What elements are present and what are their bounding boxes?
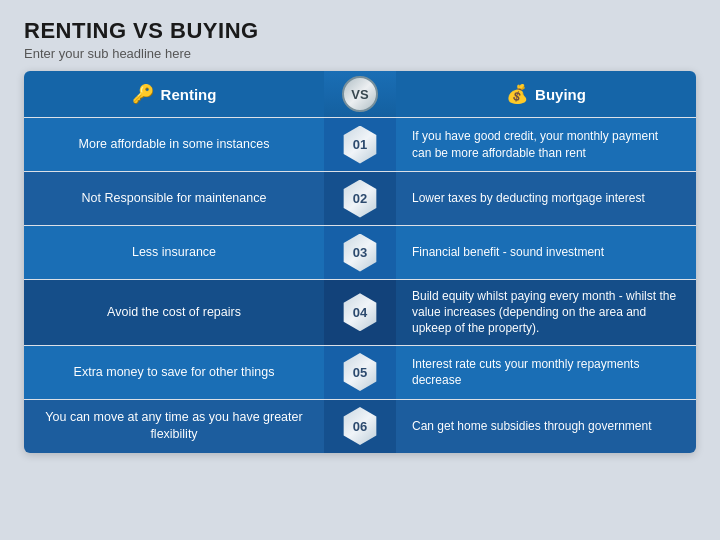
money-icon: 💰 — [506, 83, 528, 105]
right-cell-5: Interest rate cuts your monthly repaymen… — [396, 346, 696, 399]
header-row: 🔑 Renting VS 💰 Buying — [24, 71, 696, 117]
right-cell-6: Can get home subsidies through governmen… — [396, 400, 696, 453]
num-badge-2: 02 — [341, 180, 379, 218]
num-badge-4: 04 — [341, 293, 379, 331]
key-icon: 🔑 — [132, 83, 154, 105]
num-badge-5: 05 — [341, 353, 379, 391]
right-cell-3: Financial benefit - sound investment — [396, 226, 696, 279]
header-vs: VS — [324, 71, 396, 117]
left-cell-2: Not Responsible for maintenance — [24, 172, 324, 225]
renting-label: Renting — [161, 86, 217, 103]
left-cell-1: More affordable in some instances — [24, 118, 324, 171]
header-buying: 💰 Buying — [396, 71, 696, 117]
buying-label: Buying — [535, 86, 586, 103]
table-row: Extra money to save for other things 05 … — [24, 345, 696, 399]
header-renting: 🔑 Renting — [24, 71, 324, 117]
num-cell-4: 04 — [324, 280, 396, 345]
left-cell-5: Extra money to save for other things — [24, 346, 324, 399]
left-cell-3: Less insurance — [24, 226, 324, 279]
main-title: RENTING VS BUYING — [24, 18, 696, 44]
num-cell-3: 03 — [324, 226, 396, 279]
data-rows: More affordable in some instances 01 If … — [24, 117, 696, 453]
table-row: More affordable in some instances 01 If … — [24, 117, 696, 171]
num-cell-2: 02 — [324, 172, 396, 225]
num-badge-6: 06 — [341, 407, 379, 445]
num-badge-1: 01 — [341, 126, 379, 164]
page: RENTING VS BUYING Enter your sub headlin… — [0, 0, 720, 540]
left-cell-6: You can move at any time as you have gre… — [24, 400, 324, 453]
table-row: You can move at any time as you have gre… — [24, 399, 696, 453]
table-row: Not Responsible for maintenance 02 Lower… — [24, 171, 696, 225]
right-cell-1: If you have good credit, your monthly pa… — [396, 118, 696, 171]
vs-badge: VS — [342, 76, 378, 112]
sub-headline: Enter your sub headline here — [24, 46, 696, 61]
right-cell-4: Build equity whilst paying every month -… — [396, 280, 696, 345]
right-cell-2: Lower taxes by deducting mortgage intere… — [396, 172, 696, 225]
num-cell-1: 01 — [324, 118, 396, 171]
left-cell-4: Avoid the cost of repairs — [24, 280, 324, 345]
comparison-table: 🔑 Renting VS 💰 Buying More affordable in… — [24, 71, 696, 453]
table-row: Avoid the cost of repairs 04 Build equit… — [24, 279, 696, 345]
table-row: Less insurance 03 Financial benefit - so… — [24, 225, 696, 279]
num-cell-5: 05 — [324, 346, 396, 399]
num-badge-3: 03 — [341, 234, 379, 272]
num-cell-6: 06 — [324, 400, 396, 453]
